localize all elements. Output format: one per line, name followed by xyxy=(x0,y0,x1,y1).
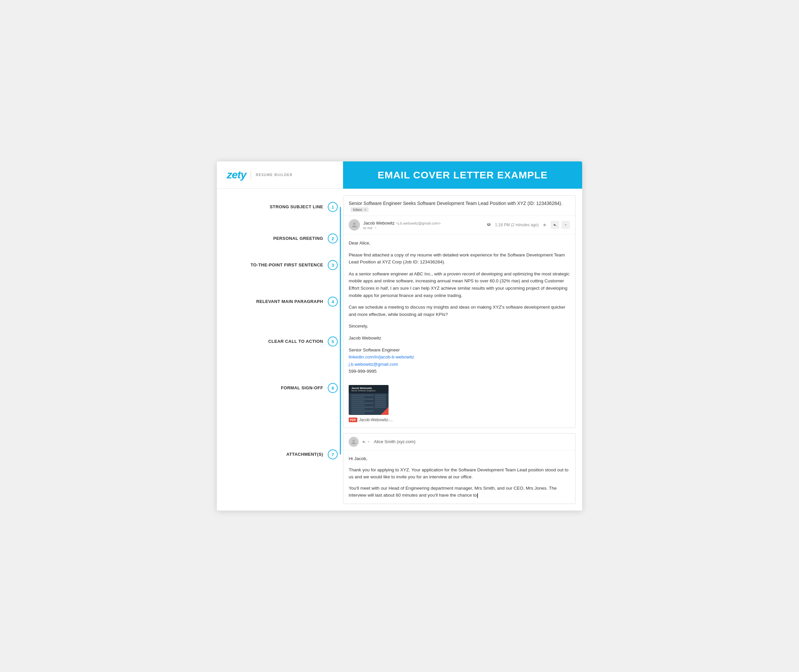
inbox-label-text: Inbox xyxy=(353,208,362,211)
annotation-circle-6: 6 xyxy=(328,383,338,393)
user-icon xyxy=(352,222,357,228)
logo-subtitle: RESUME BUILDER xyxy=(256,173,292,177)
vline-4 xyxy=(340,278,341,325)
annotation-circle-5: 5 xyxy=(328,336,338,346)
email-para-3: Can we schedule a meeting to discuss my … xyxy=(349,304,570,318)
annotation-2: PERSONAL GREETING 2 xyxy=(217,225,343,252)
annotation-circle-7: 7 xyxy=(328,450,338,459)
vline-container-1 xyxy=(338,189,343,225)
line-4 xyxy=(352,401,364,402)
print-icon xyxy=(486,222,491,227)
reply-button[interactable] xyxy=(551,221,559,229)
vline-2 xyxy=(340,225,341,252)
reply-para-2-text: You'll meet with our Head of Engineering… xyxy=(349,486,556,498)
sender-name: Jacob Webowitz xyxy=(363,221,395,226)
resume-thumbnail: Jacob Webowitz Senior Software Engineer xyxy=(349,385,388,415)
rline-4 xyxy=(375,401,386,402)
rline-2 xyxy=(375,397,386,398)
chevron-down-icon xyxy=(374,226,377,230)
email-content-area: Senior Software Engineer Seeks Software … xyxy=(343,189,582,510)
email-para-1: Please find attached a copy of my resume… xyxy=(349,251,570,266)
vline-container-4 xyxy=(338,278,343,325)
annotation-3: TO-THE-POINT FIRST SENTENCE 3 xyxy=(217,252,343,278)
rline-7 xyxy=(375,406,386,408)
vline-3 xyxy=(340,252,341,278)
content-area: STRONG SUBJECT LINE 1 PERSONAL GREETING … xyxy=(217,189,582,510)
header: zety RESUME BUILDER EMAIL COVER LETTER E… xyxy=(217,162,582,189)
email-timestamp: 1:18 PM (2 minutes ago) xyxy=(495,222,539,227)
sender-email: <j.b.webowitz@gmail.com> xyxy=(396,221,441,225)
inbox-badge: Inbox × xyxy=(351,207,369,212)
email-name: Jacob Webowitz xyxy=(349,334,570,342)
more-button[interactable] xyxy=(561,221,570,229)
to-me-line: to me xyxy=(363,226,441,230)
title-line: Senior Software Engineer xyxy=(349,347,400,352)
vline-container-5 xyxy=(338,325,343,358)
resume-attachment: Jacob Webowitz Senior Software Engineer xyxy=(349,385,393,422)
pdf-filename: Jacob-Webowitz-... xyxy=(359,418,393,422)
line-2 xyxy=(352,397,364,398)
phone-number: 599-999-9995 xyxy=(349,369,377,374)
annotation-label-2: PERSONAL GREETING xyxy=(217,236,328,242)
annotation-6: FORMAL SIGN-OFF 6 xyxy=(217,358,343,418)
reply-para-2: You'll meet with our Head of Engineering… xyxy=(349,485,570,499)
reply-section: Alice Smith (xyz.com) Hi Jacob, Thank yo… xyxy=(343,433,575,504)
reply-actions-icon xyxy=(362,440,371,444)
line-6 xyxy=(352,405,364,406)
rline-3 xyxy=(375,398,386,400)
email-actions xyxy=(551,221,570,229)
email-body: Dear Alice, Please find attached a copy … xyxy=(344,234,575,382)
email-meta-right: 1:18 PM (2 minutes ago) xyxy=(486,221,570,229)
reply-sender: Alice Smith (xyz.com) xyxy=(374,439,415,444)
sender-name-line: Jacob Webowitz <j.b.webowitz@gmail.com> xyxy=(363,220,441,226)
line-10 xyxy=(352,413,364,414)
annotation-1: STRONG SUBJECT LINE 1 xyxy=(217,189,343,225)
line-9 xyxy=(352,411,374,411)
line-1 xyxy=(352,395,374,396)
annotations-sidebar: STRONG SUBJECT LINE 1 PERSONAL GREETING … xyxy=(217,189,343,510)
logo-divider xyxy=(251,170,251,180)
annotation-circle-2: 2 xyxy=(328,234,338,243)
pdf-file-label: PDF Jacob-Webowitz-... xyxy=(349,418,393,422)
annotation-7: ATTACHMENT(S) 7 xyxy=(217,418,343,491)
header-title-area: EMAIL COVER LETTER EXAMPLE xyxy=(343,162,582,189)
vline-5 xyxy=(340,325,341,358)
email-greeting: Dear Alice, xyxy=(349,240,570,247)
email-meta-left: Jacob Webowitz <j.b.webowitz@gmail.com> … xyxy=(349,219,441,230)
text-cursor xyxy=(477,493,478,498)
rline-1 xyxy=(375,395,386,396)
resume-lines-left xyxy=(352,395,374,414)
email-subject: Senior Software Engineer Seeks Software … xyxy=(349,201,562,212)
email-meta: Jacob Webowitz <j.b.webowitz@gmail.com> … xyxy=(344,216,575,234)
annotation-4: RELEVANT MAIN PARAGRAPH 4 xyxy=(217,278,343,325)
annotation-label-6: FORMAL SIGN-OFF xyxy=(217,385,328,391)
line-3 xyxy=(352,398,374,400)
logo-zety: zety xyxy=(227,169,246,181)
sender-info: Jacob Webowitz <j.b.webowitz@gmail.com> … xyxy=(363,220,441,230)
email-address-link[interactable]: j.b.webowitz@gmail.com xyxy=(349,362,398,367)
logo-area: zety RESUME BUILDER xyxy=(217,162,343,189)
vline-1 xyxy=(340,207,341,225)
resume-thumb-header: Jacob Webowitz Senior Software Engineer xyxy=(349,385,388,393)
resume-thumb-body xyxy=(349,393,388,415)
linkedin-link[interactable]: linkedin.com/in/jacob-b-webowitz xyxy=(349,354,414,359)
reply-greeting: Hi Jacob, xyxy=(349,455,570,462)
line-8 xyxy=(352,409,364,410)
subject-text: Senior Software Engineer Seeks Software … xyxy=(349,201,562,206)
rline-5 xyxy=(375,403,386,403)
vline-6 xyxy=(340,358,341,418)
annotation-circle-4: 4 xyxy=(328,297,338,307)
email-title: Senior Software Engineer linkedin.com/in… xyxy=(349,346,570,375)
reply-body: Hi Jacob, Thank you for applying to XYZ.… xyxy=(344,450,575,504)
rline-6 xyxy=(375,405,386,406)
line-7 xyxy=(352,406,374,408)
star-icon xyxy=(543,223,547,227)
annotation-label-5: CLEAR CALL TO ACTION xyxy=(217,339,328,344)
annotation-label-1: STRONG SUBJECT LINE xyxy=(217,204,328,210)
email-signoff: Sincerely, xyxy=(349,323,570,330)
inbox-close-icon[interactable]: × xyxy=(364,208,366,211)
vline-container-6 xyxy=(338,358,343,418)
sender-avatar xyxy=(349,219,360,230)
reply-avatar xyxy=(349,437,359,447)
email-para-2: As a senior software engineer at ABC Inc… xyxy=(349,270,570,299)
